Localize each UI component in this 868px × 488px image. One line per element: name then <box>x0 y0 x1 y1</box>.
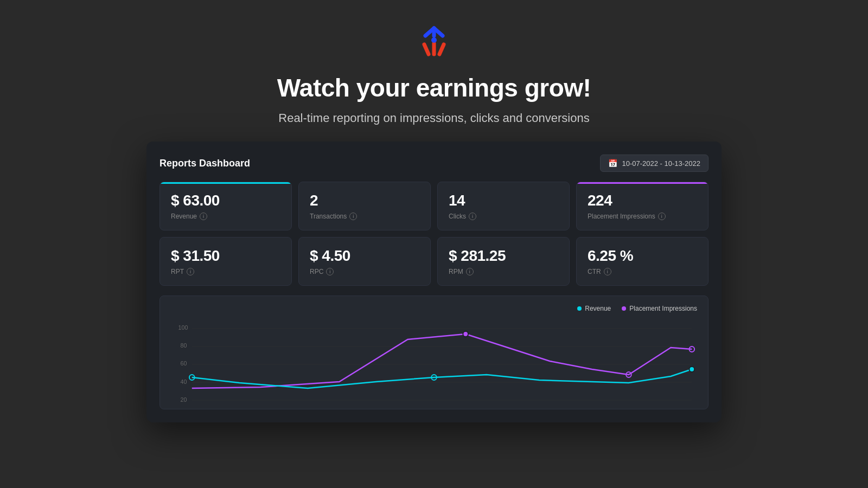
metric-card-placement-impressions: 224 Placement Impressions i <box>576 182 709 230</box>
metric-value-placement-impressions: 224 <box>588 192 697 209</box>
metric-card-rpt: $ 31.50 RPT i <box>159 237 292 286</box>
metric-card-transactions: 2 Transactions i <box>298 182 431 230</box>
info-icon-placement-impressions[interactable]: i <box>658 213 666 220</box>
hero-section: Watch your earnings grow! Real-time repo… <box>0 0 868 142</box>
metric-value-rpt: $ 31.50 <box>171 247 280 265</box>
svg-point-17 <box>463 331 468 337</box>
metric-card-rpc: $ 4.50 RPC i <box>298 237 431 286</box>
metric-label-ctr: CTR i <box>588 268 697 275</box>
svg-text:60: 60 <box>180 360 187 367</box>
svg-line-3 <box>424 44 429 54</box>
dashboard-title: Reports Dashboard <box>159 158 250 169</box>
metric-label-rpc: RPC i <box>310 268 419 275</box>
metric-value-transactions: 2 <box>310 192 419 209</box>
metrics-top-grid: $ 63.00 Revenue i 2 Transactions i 14 Cl… <box>159 182 709 230</box>
metric-card-revenue: $ 63.00 Revenue i <box>159 182 292 230</box>
info-icon-rpt[interactable]: i <box>187 268 194 275</box>
info-icon-clicks[interactable]: i <box>469 213 476 220</box>
metric-card-rpm: $ 281.25 RPM i <box>437 237 570 286</box>
metric-card-clicks: 14 Clicks i <box>437 182 570 230</box>
chart-area: Revenue Placement Impressions 20 40 60 8… <box>159 296 709 409</box>
metric-value-ctr: 6.25 % <box>588 247 697 265</box>
metric-value-revenue: $ 63.00 <box>171 192 280 209</box>
legend-item-revenue: Revenue <box>577 305 611 312</box>
metric-label-transactions: Transactions i <box>310 213 419 220</box>
metric-value-rpm: $ 281.25 <box>449 247 558 265</box>
hero-subtitle: Real-time reporting on impressions, clic… <box>278 111 589 125</box>
svg-text:100: 100 <box>178 324 188 331</box>
svg-text:40: 40 <box>180 378 187 385</box>
legend-label-revenue: Revenue <box>585 305 611 312</box>
svg-point-22 <box>689 367 694 372</box>
date-range-button[interactable]: 📅 10-07-2022 - 10-13-2022 <box>600 155 709 172</box>
chart-legend: Revenue Placement Impressions <box>171 305 697 312</box>
svg-line-5 <box>439 44 444 54</box>
metrics-bottom-grid: $ 31.50 RPT i $ 4.50 RPC i $ 281.25 RPM … <box>159 237 709 286</box>
svg-text:80: 80 <box>180 342 187 349</box>
brand-logo <box>415 24 453 62</box>
metric-label-placement-impressions: Placement Impressions i <box>588 213 697 220</box>
dashboard-container: Reports Dashboard 📅 10-07-2022 - 10-13-2… <box>146 142 722 422</box>
info-icon-rpm[interactable]: i <box>466 268 474 275</box>
date-range-label: 10-07-2022 - 10-13-2022 <box>622 159 700 168</box>
dashboard-header: Reports Dashboard 📅 10-07-2022 - 10-13-2… <box>159 155 709 172</box>
metric-label-rpt: RPT i <box>171 268 280 275</box>
metric-label-clicks: Clicks i <box>449 213 558 220</box>
metric-label-revenue: Revenue i <box>171 213 280 220</box>
hero-title: Watch your earnings grow! <box>277 73 591 102</box>
metric-label-rpm: RPM i <box>449 268 558 275</box>
metric-card-ctr: 6.25 % CTR i <box>576 237 709 286</box>
info-icon-rpc[interactable]: i <box>326 268 334 275</box>
svg-text:20: 20 <box>180 396 187 403</box>
legend-dot-revenue <box>577 306 582 311</box>
metric-value-clicks: 14 <box>449 192 558 209</box>
chart-svg: 20 40 60 80 100 <box>171 318 697 404</box>
info-icon-ctr[interactable]: i <box>604 268 611 275</box>
calendar-icon: 📅 <box>608 159 617 168</box>
svg-point-6 <box>431 37 437 43</box>
info-icon-revenue[interactable]: i <box>200 213 207 220</box>
info-icon-transactions[interactable]: i <box>349 213 357 220</box>
legend-item-placement-impressions: Placement Impressions <box>622 305 697 312</box>
metric-value-rpc: $ 4.50 <box>310 247 419 265</box>
legend-dot-placement-impressions <box>622 306 626 311</box>
legend-label-placement-impressions: Placement Impressions <box>629 305 697 312</box>
